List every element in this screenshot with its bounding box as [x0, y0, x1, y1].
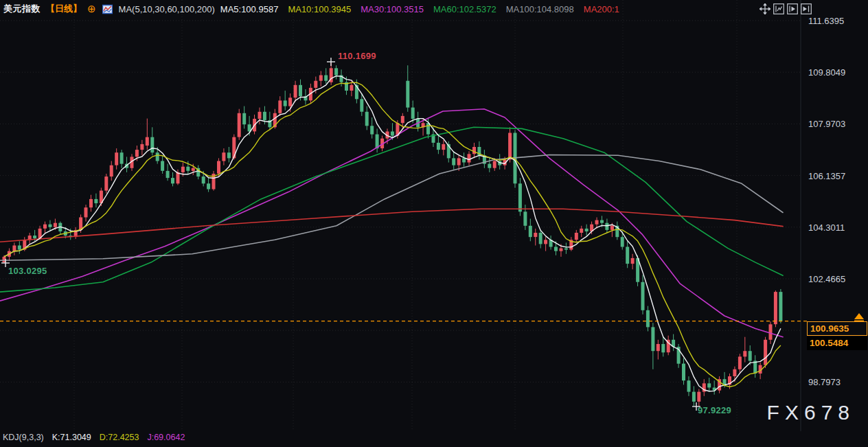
candle: [539, 230, 542, 249]
kdj-label: KDJ(9,3,3): [3, 433, 44, 442]
kdj-d-value: D:72.4253: [100, 433, 139, 442]
ma-line-ma200: [0, 209, 783, 242]
axis-price-label: 98.7973: [808, 377, 841, 387]
candle: [518, 178, 522, 216]
candle: [89, 195, 93, 212]
candle: [462, 152, 466, 167]
candle: [212, 171, 216, 191]
candle: [753, 355, 757, 378]
chart-toolbar: [759, 3, 812, 14]
chart-type-icon[interactable]: [102, 3, 113, 15]
candle: [196, 165, 200, 180]
candle: [104, 174, 108, 194]
price-extreme-annotation: 103.0295: [8, 266, 47, 276]
candle: [713, 380, 716, 395]
axis-price-label: 111.6395: [808, 16, 844, 26]
compare-plus-icon[interactable]: ⊕: [87, 4, 96, 14]
candle: [764, 337, 767, 368]
candle: [94, 194, 98, 208]
kdj-indicator-header[interactable]: KDJ(9,3,3) K:71.3049 D:72.4253 J:69.0642: [3, 433, 185, 442]
candle: [575, 230, 578, 243]
candle: [58, 222, 62, 235]
ma-legend-item-ma200: MA200:1: [584, 4, 619, 14]
candle: [120, 150, 124, 168]
candle: [207, 178, 210, 192]
candle: [687, 376, 691, 396]
kdj-k-value: K:71.3049: [52, 433, 91, 442]
candle: [743, 337, 746, 363]
candle: [661, 337, 665, 357]
axis-price-label: 106.1357: [808, 170, 845, 181]
candle: [84, 205, 88, 222]
candle: [667, 336, 670, 356]
candle: [615, 222, 619, 240]
candle: [534, 229, 537, 246]
candle: [49, 220, 52, 231]
candle: [672, 334, 675, 352]
axis-price-label: 104.3011: [808, 222, 845, 232]
ma-legend-item-ma60: MA60:102.5372: [433, 4, 496, 14]
price-arrow-icon[interactable]: [854, 313, 864, 319]
candle: [161, 155, 164, 174]
candle: [365, 106, 369, 130]
scale-left-icon[interactable]: [773, 3, 784, 14]
pan-tool-icon[interactable]: [759, 3, 770, 14]
candle: [12, 242, 16, 255]
candle: [150, 127, 154, 155]
candle: [18, 241, 21, 254]
candle: [115, 148, 118, 170]
candle: [646, 306, 650, 332]
candle: [334, 65, 338, 79]
candle: [779, 289, 782, 323]
ma-legend: MA5:100.9587MA10:100.3945MA30:100.3515MA…: [220, 4, 619, 14]
candle: [651, 323, 654, 369]
ma-legend-item-ma30: MA30:100.3515: [361, 4, 424, 14]
candle: [707, 378, 711, 392]
current-price-label: 100.9635: [807, 321, 867, 336]
price-extreme-annotation: 110.1699: [338, 51, 376, 61]
candle: [631, 254, 635, 270]
timeframe-selector[interactable]: 【日线】: [46, 3, 82, 15]
candle: [718, 376, 721, 393]
ma-line-ma60: [0, 127, 783, 292]
ma-legend-item-ma100: MA100:104.8098: [506, 4, 574, 14]
candle: [437, 136, 440, 154]
candle: [376, 128, 379, 152]
candle: [468, 151, 471, 165]
go-to-latest-icon[interactable]: [800, 3, 812, 14]
candle: [110, 161, 113, 181]
candle: [324, 68, 328, 84]
candle: [585, 225, 589, 236]
symbol-name: 美元指数: [3, 3, 41, 15]
candle: [472, 143, 476, 159]
chart-canvas[interactable]: [0, 0, 868, 447]
candle: [774, 290, 777, 327]
candle: [74, 227, 78, 239]
candle: [692, 386, 696, 406]
candle: [544, 237, 547, 251]
candle: [452, 151, 455, 170]
candle: [641, 275, 645, 314]
ma-settings-label[interactable]: MA(5,10,30,60,100,200): [119, 4, 215, 14]
candle: [483, 150, 486, 168]
candle: [238, 109, 241, 140]
secondary-price-label: 100.5484: [807, 336, 867, 350]
candle: [140, 140, 144, 156]
candle: [258, 108, 262, 125]
candle: [626, 241, 629, 268]
candle: [564, 242, 568, 253]
candle: [360, 93, 363, 116]
candle: [294, 81, 297, 102]
candle: [749, 345, 752, 365]
playback-icon[interactable]: [786, 3, 798, 14]
axis-price-label: 107.9703: [808, 119, 845, 129]
candle: [442, 140, 445, 156]
candle: [370, 117, 374, 139]
candle: [171, 172, 174, 187]
candle: [682, 358, 685, 385]
candle: [43, 222, 47, 233]
candle: [488, 157, 491, 172]
candle: [242, 106, 246, 129]
candle: [656, 340, 660, 360]
axis-price-label: 109.8049: [808, 67, 845, 78]
